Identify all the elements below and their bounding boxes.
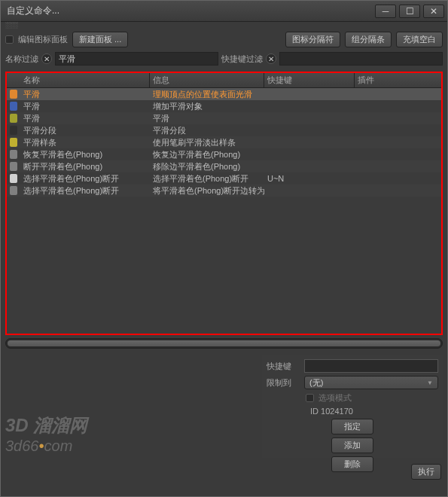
cell-info: 理顺顶点的位置使表面光滑 — [150, 89, 264, 100]
cell-info: 使用笔刷平滑淡出样条 — [150, 137, 264, 148]
name-filter-clear-icon[interactable]: ✕ — [41, 53, 52, 64]
watermark-line2: 3d66•com — [5, 438, 256, 455]
assign-button[interactable]: 指定 — [331, 419, 373, 434]
cell-name: 平滑 — [20, 89, 150, 100]
cell-info: 移除边平滑着色(Phong) — [150, 161, 264, 172]
close-button[interactable]: ✕ — [423, 5, 444, 18]
name-filter-input[interactable] — [55, 52, 218, 66]
table-row[interactable]: 平滑增加平滑对象 — [7, 100, 441, 112]
cell-info: 平滑分段 — [150, 125, 264, 136]
table-row[interactable]: 平滑理顺顶点的位置使表面光滑 — [7, 88, 441, 100]
cell-info: 增加平滑对象 — [150, 101, 264, 112]
execute-button[interactable]: 执行 — [411, 464, 441, 480]
toolbar: 编辑图标面板 新建面板 ... 图标分隔符 组分隔条 充填空白 — [1, 29, 447, 49]
col-info[interactable]: 信息 — [150, 73, 264, 87]
restrict-select[interactable]: (无) ▼ — [304, 376, 438, 389]
cell-info: 选择平滑着色(Phong)断开 — [150, 173, 264, 184]
row-icon — [10, 102, 17, 111]
table-row[interactable]: 断开平滑着色(Phong)移除边平滑着色(Phong) — [7, 160, 441, 172]
maximize-button[interactable]: ☐ — [399, 5, 420, 18]
shortcut-filter-label: 快捷键过滤 — [221, 53, 263, 65]
option-mode-checkbox[interactable] — [306, 394, 314, 402]
watermark: 3D 溜溜网 3d66•com — [5, 355, 256, 458]
row-icon — [10, 126, 17, 135]
cell-name: 平滑 — [20, 113, 150, 124]
col-shortcut[interactable]: 快捷键 — [264, 73, 355, 87]
grip-row[interactable]: ░░░ — [1, 22, 447, 29]
cell-info: 平滑 — [150, 113, 264, 124]
cell-shortcut: U~N — [264, 174, 355, 183]
add-button[interactable]: 添加 — [331, 438, 373, 453]
table-row[interactable]: 恢复平滑着色(Phong)恢复边平滑着色(Phong) — [7, 148, 441, 160]
cell-name: 选择平滑着色(Phong)断开 — [20, 185, 150, 197]
filter-row: 名称过滤 ✕ 快捷键过滤 ✕ — [1, 49, 447, 69]
horizontal-scrollbar[interactable] — [5, 338, 443, 349]
cell-name: 恢复平滑着色(Phong) — [20, 149, 150, 160]
row-icon — [10, 186, 17, 195]
name-filter-label: 名称过滤 — [5, 53, 38, 65]
id-text: ID 1024170 — [310, 407, 438, 416]
cell-name: 平滑 — [20, 101, 150, 112]
table-row[interactable]: 平滑平滑 — [7, 112, 441, 124]
row-icon — [10, 138, 17, 147]
option-mode-label: 选项模式 — [318, 392, 352, 404]
chevron-down-icon: ▼ — [427, 380, 433, 386]
row-icon — [10, 174, 17, 183]
col-plugin[interactable]: 插件 — [355, 73, 441, 87]
cell-name: 断开平滑着色(Phong) — [20, 161, 150, 172]
watermark-line1: 3D 溜溜网 — [5, 413, 256, 438]
titlebar: 自定义命令... ─ ☐ ✕ — [1, 1, 447, 22]
group-bar-button[interactable]: 组分隔条 — [345, 32, 392, 47]
table-row[interactable]: 平滑分段平滑分段 — [7, 124, 441, 136]
cell-info: 将平滑着色(Phong)断开边转为 — [150, 185, 264, 197]
window-title: 自定义命令... — [7, 5, 375, 17]
edit-icon-panel-checkbox[interactable] — [5, 35, 14, 44]
delete-button[interactable]: 删除 — [331, 456, 373, 472]
shortcut-label: 快捷键 — [267, 361, 300, 372]
shortcut-filter-clear-icon[interactable]: ✕ — [266, 53, 276, 64]
table-row[interactable]: 平滑样条使用笔刷平滑淡出样条 — [7, 136, 441, 148]
row-icon — [10, 114, 17, 123]
detail-panel: 快捷键 限制到 (无) ▼ 选项模式 ID 1024170 指定 添加 删除 — [262, 355, 443, 458]
row-icon — [10, 150, 17, 159]
restrict-value: (无) — [309, 377, 323, 389]
cell-name: 平滑样条 — [20, 137, 150, 148]
col-name[interactable]: 名称 — [20, 73, 150, 87]
restrict-label: 限制到 — [267, 377, 300, 389]
minimize-button[interactable]: ─ — [375, 5, 396, 18]
new-panel-button[interactable]: 新建面板 ... — [72, 32, 128, 47]
row-icon — [10, 162, 17, 171]
table-row[interactable]: 选择平滑着色(Phong)断开选择平滑着色(Phong)断开U~N — [7, 172, 441, 184]
cell-name: 选择平滑着色(Phong)断开 — [20, 173, 150, 184]
cell-name: 平滑分段 — [20, 125, 150, 136]
scrollbar-thumb[interactable] — [8, 340, 440, 346]
table-header: 名称 信息 快捷键 插件 — [7, 73, 441, 88]
edit-icon-panel-label: 编辑图标面板 — [18, 34, 68, 45]
fill-blank-button[interactable]: 充填空白 — [396, 32, 443, 47]
command-table: 名称 信息 快捷键 插件 平滑理顺顶点的位置使表面光滑平滑增加平滑对象平滑平滑平… — [5, 72, 443, 335]
row-icon — [10, 90, 17, 99]
cell-info: 恢复边平滑着色(Phong) — [150, 149, 264, 160]
table-row[interactable]: 选择平滑着色(Phong)断开将平滑着色(Phong)断开边转为 — [7, 184, 441, 197]
icon-separator-button[interactable]: 图标分隔符 — [285, 32, 340, 47]
table-body: 平滑理顺顶点的位置使表面光滑平滑增加平滑对象平滑平滑平滑分段平滑分段平滑样条使用… — [7, 88, 441, 334]
shortcut-filter-input[interactable] — [279, 52, 443, 66]
shortcut-input[interactable] — [304, 359, 438, 373]
